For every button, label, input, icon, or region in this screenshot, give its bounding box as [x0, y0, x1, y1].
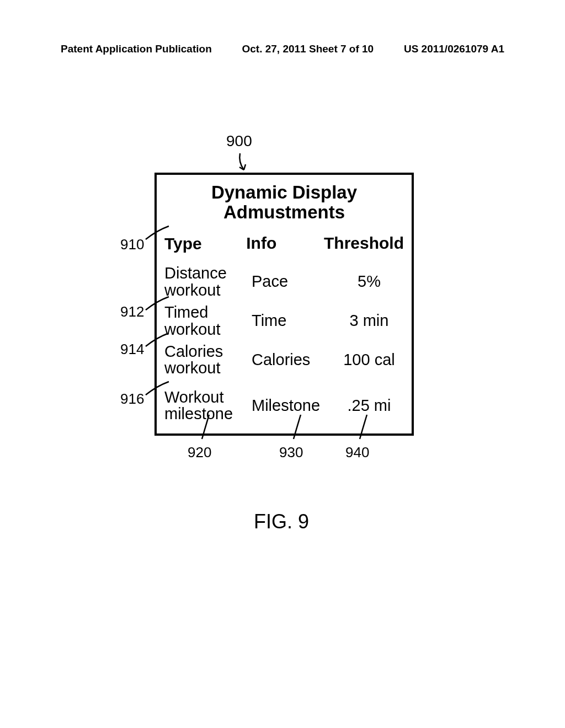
- table-row: Timed workout Time 3 min: [164, 304, 404, 338]
- ref-940: 940: [345, 444, 369, 461]
- figure-caption: FIG. 9: [254, 510, 309, 533]
- cell-type: Distance workout: [164, 265, 252, 298]
- lead-916: [145, 381, 172, 396]
- lead-914: [145, 332, 172, 347]
- col-type: Type: [164, 235, 246, 253]
- cell-info: Pace: [252, 272, 334, 291]
- ref-910: 910: [120, 236, 144, 253]
- header-right: US 2011/0261079 A1: [404, 43, 504, 55]
- ref-920: 920: [188, 444, 211, 461]
- lead-910: [145, 225, 172, 242]
- ref-930: 930: [279, 444, 303, 461]
- ref-900: 900: [226, 132, 252, 150]
- cell-info: Time: [252, 312, 334, 330]
- cell-threshold: 3 min: [334, 312, 404, 330]
- col-threshold: Threshold: [324, 234, 404, 253]
- ref-914: 914: [120, 341, 144, 358]
- header-center: Oct. 27, 2011 Sheet 7 of 10: [242, 43, 374, 55]
- lead-912: [145, 296, 172, 311]
- table-row: Distance workout Pace 5%: [164, 265, 404, 298]
- ref-912: 912: [120, 303, 144, 320]
- ref-916: 916: [120, 390, 144, 408]
- col-info: Info: [246, 234, 324, 253]
- patent-header: Patent Application Publication Oct. 27, …: [61, 43, 504, 55]
- cell-threshold: 100 cal: [334, 351, 404, 369]
- cell-type: Timed workout: [164, 304, 252, 338]
- lead-930: [292, 414, 309, 441]
- cell-info: Milestone: [252, 397, 334, 415]
- settings-box: Dynamic Display Admustments Type Info Th…: [154, 173, 414, 436]
- cell-type: Calories workout: [164, 343, 252, 377]
- table-row: Calories workout Calories 100 cal: [164, 343, 404, 377]
- header-left: Patent Application Publication: [61, 43, 212, 55]
- column-headers: Type Info Threshold: [164, 234, 404, 253]
- box-title: Dynamic Display Admustments: [164, 183, 404, 222]
- cell-threshold: 5%: [334, 272, 404, 291]
- lead-arrow-900: [230, 152, 252, 174]
- lead-940: [359, 414, 375, 441]
- lead-920: [201, 414, 217, 441]
- cell-threshold: .25 mi: [334, 397, 404, 415]
- cell-info: Calories: [252, 351, 334, 369]
